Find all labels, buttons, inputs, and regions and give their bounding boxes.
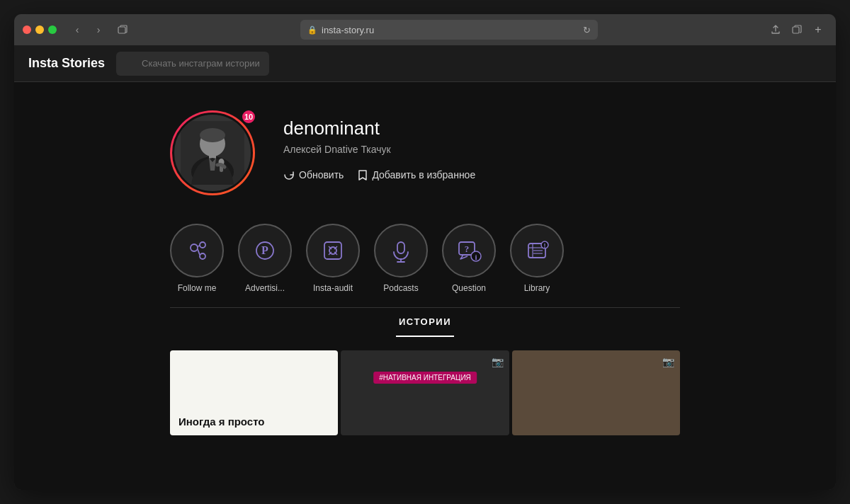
story-text-1: Иногда я просто (170, 408, 273, 436)
search-bar-wrapper: 🔒 (116, 52, 822, 76)
address-bar[interactable]: 🔒 insta-story.ru ↻ (300, 20, 598, 40)
duplicate-tab-button[interactable] (788, 21, 806, 39)
tab-stories[interactable]: ИСТОРИИ (396, 308, 454, 337)
avatar-ring[interactable] (170, 110, 255, 195)
new-tab-button[interactable]: + (809, 21, 827, 39)
tabs-row: ИСТОРИИ (170, 308, 680, 336)
fullscreen-window-button[interactable] (48, 25, 57, 34)
camera-icon-2: 📷 (492, 356, 504, 367)
highlight-label-podcasts: Podcasts (383, 283, 418, 293)
main-content: 10 denominant Алексей Dnative Ткачук Обн… (14, 82, 836, 490)
app-logo: Insta Stories (28, 56, 105, 71)
back-button[interactable]: ‹ (68, 21, 86, 39)
close-window-button[interactable] (23, 25, 31, 34)
profile-fullname: Алексей Dnative Ткачук (283, 144, 680, 155)
svg-text:i: i (475, 253, 477, 261)
profile-section: 10 denominant Алексей Dnative Ткачук Обн… (156, 82, 694, 210)
svg-point-10 (200, 242, 205, 248)
svg-rect-16 (324, 242, 341, 259)
highlight-question[interactable]: ? i Question (442, 224, 496, 293)
svg-rect-0 (118, 27, 125, 33)
svg-rect-18 (397, 242, 404, 253)
profile-username: denominant (283, 118, 680, 139)
update-button[interactable]: Обновить (283, 169, 344, 181)
highlight-follow-me[interactable]: Follow me (170, 224, 224, 293)
forward-button[interactable]: › (89, 21, 108, 39)
reload-button[interactable]: ↻ (583, 25, 591, 35)
avatar-image (172, 113, 253, 193)
svg-point-11 (200, 253, 205, 259)
profile-info: denominant Алексей Dnative Ткачук Обнови… (283, 110, 680, 181)
browser-titlebar: ‹ › 🔒 insta-story.ru ↻ (14, 14, 836, 45)
svg-rect-1 (793, 27, 799, 33)
app-header: Insta Stories 🔒 (14, 45, 836, 82)
address-bar-container: 🔒 insta-story.ru ↻ (137, 20, 761, 40)
story-card-3[interactable]: 📷 (512, 350, 680, 435)
ssl-lock-icon: 🔒 (307, 25, 317, 35)
highlight-podcasts[interactable]: Podcasts (374, 224, 428, 293)
bookmark-label: Добавить в избранное (372, 169, 475, 181)
highlight-insta-audit[interactable]: Insta-audit (306, 224, 360, 293)
story-tag-2: #НАТИВНАЯ ИНТЕГРАЦИЯ (373, 372, 477, 384)
browser-toolbar-right: + (766, 21, 827, 39)
highlight-circle-follow-me (170, 224, 224, 277)
minimize-window-button[interactable] (35, 25, 44, 34)
highlights-section: Follow me P Advertisi... (156, 210, 694, 307)
svg-text:!: ! (544, 242, 546, 249)
highlight-advertising[interactable]: P Advertisi... (238, 224, 292, 293)
profile-actions: Обновить Добавить в избранное (283, 169, 680, 181)
highlight-library[interactable]: ! Library (510, 224, 564, 293)
search-input[interactable] (116, 52, 269, 76)
highlight-circle-advertising: P (238, 224, 292, 277)
highlight-circle-library: ! (510, 224, 564, 277)
highlight-circle-insta-audit (306, 224, 360, 277)
story-card-1[interactable]: Иногда я просто (170, 350, 338, 435)
window-resize-button[interactable] (113, 21, 132, 39)
traffic-lights (23, 25, 57, 34)
highlight-circle-podcasts (374, 224, 428, 277)
highlight-label-insta-audit: Insta-audit (313, 283, 353, 293)
svg-text:P: P (261, 244, 268, 256)
highlight-label-question: Question (452, 283, 486, 293)
highlight-label-follow-me: Follow me (178, 283, 217, 293)
stories-count-badge: 10 (241, 109, 256, 125)
svg-point-9 (191, 244, 198, 251)
svg-line-12 (198, 246, 200, 246)
update-label: Обновить (299, 169, 344, 181)
svg-point-5 (200, 128, 225, 142)
stories-grid: Иногда я просто 📷 #НАТИВНАЯ ИНТЕГРАЦИЯ 📷 (156, 336, 694, 449)
url-display: insta-story.ru (322, 25, 374, 35)
share-button[interactable] (766, 21, 785, 39)
bookmark-button[interactable]: Добавить в избранное (358, 169, 475, 181)
highlight-circle-question: ? i (442, 224, 496, 277)
browser-window: ‹ › 🔒 insta-story.ru ↻ (14, 14, 836, 490)
highlight-label-library: Library (524, 283, 550, 293)
camera-icon-3: 📷 (662, 356, 674, 367)
highlight-label-advertising: Advertisi... (245, 283, 285, 293)
browser-nav-buttons: ‹ › (68, 21, 108, 39)
story-card-2[interactable]: 📷 #НАТИВНАЯ ИНТЕГРАЦИЯ (341, 350, 509, 435)
svg-text:?: ? (465, 244, 470, 254)
content-divider: ИСТОРИИ (156, 307, 694, 336)
svg-line-13 (198, 249, 200, 255)
avatar-container: 10 (170, 110, 255, 195)
